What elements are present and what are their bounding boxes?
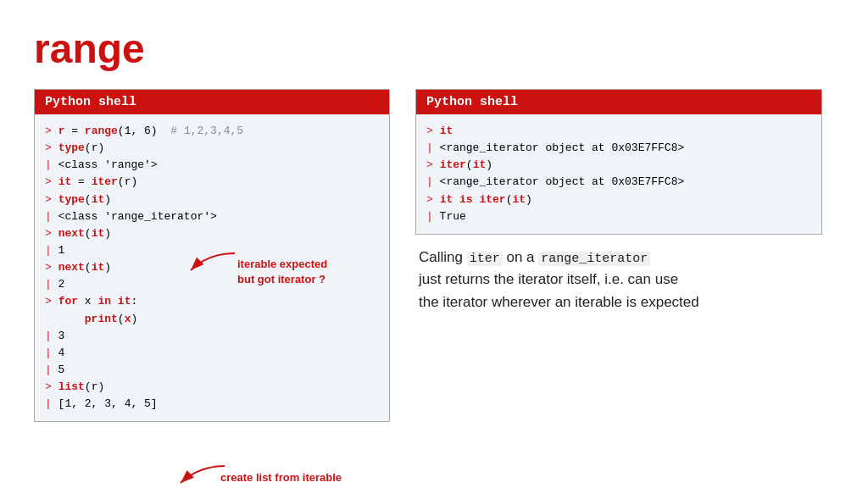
shell-line: | 3 — [45, 328, 379, 345]
shell-line: | <range_iterator object at 0x03E7FFC8> — [426, 140, 811, 157]
shell-line: | <class 'range'> — [45, 157, 379, 174]
shell-line: > next(it) — [45, 225, 379, 242]
code-range-iterator: range_iterator — [538, 252, 650, 266]
left-panel: Python shell > r = range(1, 6) # 1,2,3,4… — [34, 89, 390, 422]
shell-line: > list(r) — [45, 379, 379, 396]
shell-line: > type(r) — [45, 140, 379, 157]
page: range Python shell > r = range(1, 6) # 1… — [0, 0, 868, 447]
shell-line: > r = range(1, 6) # 1,2,3,4,5 — [45, 123, 379, 140]
left-shell-header: Python shell — [35, 90, 389, 114]
shell-line: print(x) — [45, 311, 379, 328]
shell-line: > type(it) — [45, 191, 379, 208]
shell-line: | 4 — [45, 345, 379, 362]
arrow-2 — [165, 458, 229, 488]
shell-line: | [1, 2, 3, 4, 5] — [45, 396, 379, 413]
right-shell-box: Python shell > it | <range_iterator obje… — [415, 89, 822, 235]
content-row: Python shell > r = range(1, 6) # 1,2,3,4… — [34, 89, 834, 422]
page-title: range — [34, 25, 834, 72]
right-shell-header: Python shell — [416, 90, 821, 114]
shell-line: > for x in it: — [45, 293, 379, 310]
shell-line: > it is iter(it) — [426, 191, 811, 208]
arrow-1 — [174, 247, 242, 280]
right-side: Python shell > it | <range_iterator obje… — [415, 89, 834, 313]
shell-line: | True — [426, 208, 811, 225]
description-text: Calling iter on a range_iterator just re… — [415, 247, 834, 313]
shell-line: | <range_iterator object at 0x03E7FFC8> — [426, 174, 811, 191]
code-iter: iter — [467, 252, 503, 266]
annotation-iterable: iterable expectedbut got iterator ? — [237, 257, 327, 287]
prompt: > — [45, 125, 52, 137]
shell-line: > it — [426, 123, 811, 140]
right-shell-body: > it | <range_iterator object at 0x03E7F… — [416, 114, 821, 234]
shell-line: > iter(it) — [426, 157, 811, 174]
shell-line: | <class 'range_iterator'> — [45, 208, 379, 225]
shell-line: | 5 — [45, 362, 379, 379]
shell-line: > it = iter(r) — [45, 174, 379, 191]
annotation-list: create list from iterable — [220, 470, 342, 485]
